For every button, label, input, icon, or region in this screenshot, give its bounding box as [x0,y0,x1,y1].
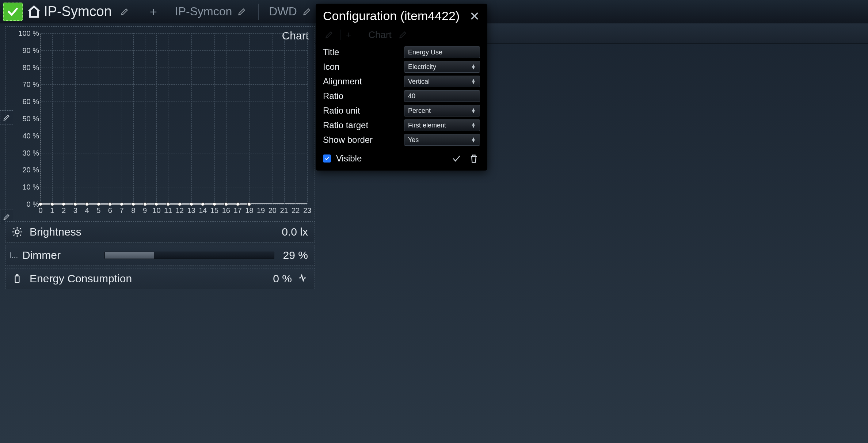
ratio-input[interactable] [404,90,480,102]
row-value: 0.0 lx [282,226,308,238]
grid-line [41,119,307,119]
cfg-label: Icon [323,62,404,72]
close-button[interactable] [469,11,480,22]
grid-line [41,33,307,34]
visible-checkbox[interactable] [323,154,331,163]
cfg-row-title: Title [323,45,480,60]
select-value: Vertical [408,78,430,85]
show-border-select[interactable]: Yes ▲▼ [404,134,480,146]
cfg-row-ratio-target: Ratio target First element ▲▼ [323,118,480,133]
y-tick: 100 % [18,29,39,38]
grid-line [99,33,99,204]
grid-line [75,33,76,204]
grid-line [122,33,122,204]
sub-tab-label[interactable]: Chart [368,29,392,41]
y-tick: 80 % [22,63,39,72]
config-title: Configuration (item4422) [323,9,460,23]
pencil-icon[interactable] [397,28,409,41]
battery-icon [9,273,25,284]
row-prefix: I... [9,251,19,260]
y-tick: 60 % [22,98,39,106]
grid-line [284,33,285,204]
x-tick: 6 [108,206,112,215]
cfg-label: Alignment [323,76,404,87]
cfg-label: Ratio unit [323,106,404,116]
ratio-target-select[interactable]: First element ▲▼ [404,119,480,131]
x-tick: 4 [85,206,89,215]
x-tick: 19 [257,206,265,215]
home-icon[interactable] [26,4,42,19]
grid-line [261,33,261,204]
y-tick: 30 % [22,149,39,157]
separator [258,4,259,20]
config-sub-tabs: + Chart [323,27,480,42]
grid-line [52,33,53,204]
config-popup: Configuration (item4422) + Chart Title I… [316,4,487,171]
x-tick: 2 [62,206,66,215]
x-tick: 12 [176,206,184,215]
confirm-button[interactable] [3,3,23,21]
updown-icon: ▲▼ [471,79,476,84]
add-tab-button[interactable]: + [147,5,160,18]
tab-dwd[interactable]: DWD [267,5,315,18]
edit-title-icon[interactable] [118,5,131,18]
row-label: Dimmer [22,249,61,261]
tab-ipsymcon[interactable]: IP-Symcon [173,5,250,18]
pencil-icon[interactable] [323,28,335,41]
row-label: Brightness [30,226,81,238]
tab-label: IP-Symcon [175,5,232,18]
grid-line [41,33,41,204]
dimmer-slider[interactable] [104,252,274,259]
dimmer-fill [105,252,154,259]
x-tick: 17 [233,206,241,215]
x-tick: 23 [303,206,311,215]
alignment-select[interactable]: Vertical ▲▼ [404,76,480,87]
cfg-label: Title [323,47,404,57]
grid-line [41,102,307,102]
x-tick: 20 [269,206,277,215]
x-tick: 14 [199,206,207,215]
grid-line [249,33,250,204]
delete-button[interactable] [468,152,480,165]
grid-line [168,33,168,204]
pulse-icon [297,272,308,285]
cfg-row-ratio: Ratio [323,89,480,103]
edit-chart-handle[interactable] [0,110,13,125]
grid-line [296,33,296,204]
x-tick: 13 [187,206,195,215]
icon-select[interactable]: Electricity ▲▼ [404,61,480,73]
chart-panel[interactable]: Chart 0 %10 %20 %30 %40 %50 %60 %70 %80 … [5,26,315,219]
cfg-label: Show border [323,135,404,145]
grid-line [64,33,64,204]
grid-line [41,84,307,85]
x-tick: 1 [50,206,54,215]
pencil-icon[interactable] [301,5,313,18]
grid-line [307,33,308,204]
select-value: Percent [408,107,431,115]
x-tick: 3 [73,206,77,215]
grid-line [203,33,203,204]
title-input[interactable] [404,46,480,58]
cfg-label: Ratio [323,91,404,101]
pencil-icon[interactable] [236,5,248,18]
grid-line [41,50,307,51]
grid-line [226,33,226,204]
row-brightness[interactable]: Brightness 0.0 lx [5,221,315,242]
x-tick: 22 [292,206,300,215]
ratio-unit-select[interactable]: Percent ▲▼ [404,105,480,117]
row-energy[interactable]: Energy Consumption 0 % [5,268,315,289]
y-tick: 70 % [22,80,39,89]
select-value: First element [408,122,446,129]
cfg-row-icon: Icon Electricity ▲▼ [323,60,480,74]
select-value: Yes [408,136,419,144]
svg-rect-2 [16,275,18,276]
apply-button[interactable] [450,152,462,165]
row-value: 0 % [273,272,292,285]
x-tick: 5 [96,206,100,215]
row-dimmer[interactable]: I... Dimmer 29 % [5,245,315,266]
cfg-row-alignment: Alignment Vertical ▲▼ [323,74,480,89]
x-tick: 7 [120,206,124,215]
sun-icon [9,226,25,238]
visible-label: Visible [336,153,445,164]
plus-icon[interactable]: + [346,29,351,41]
